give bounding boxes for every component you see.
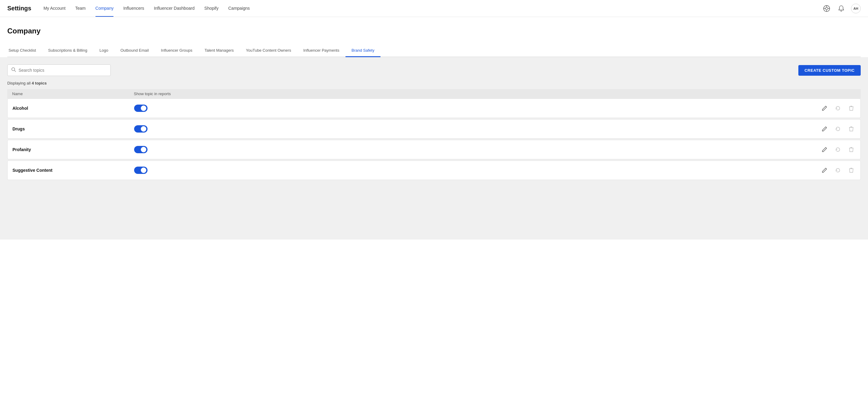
topic-actions-profanity	[820, 145, 856, 154]
search-input[interactable]	[19, 68, 107, 73]
nav-shopify[interactable]: Shopify	[205, 0, 219, 17]
toggle-switch-profanity[interactable]	[134, 146, 148, 153]
toggle-switch-suggestive-content[interactable]	[134, 167, 148, 174]
tab-influencer-groups[interactable]: Influencer Groups	[155, 45, 198, 57]
main-area: CREATE CUSTOM TOPIC Displaying all 4 top…	[0, 57, 868, 239]
edit-icon-alcohol[interactable]	[820, 104, 829, 112]
tab-logo[interactable]: Logo	[93, 45, 114, 57]
delete-icon-suggestive-content[interactable]	[847, 166, 856, 174]
nav-company[interactable]: Company	[95, 0, 114, 17]
search-icon	[11, 67, 16, 73]
topic-toggle-alcohol[interactable]	[134, 105, 820, 112]
top-nav: Settings My Account Team Company Influen…	[0, 0, 868, 17]
topic-name-drugs: Drugs	[12, 127, 134, 131]
topic-row: Alcohol	[7, 98, 861, 118]
user-avatar[interactable]: AH	[851, 4, 861, 13]
topic-name-alcohol: Alcohol	[12, 106, 134, 111]
search-action-row: CREATE CUSTOM TOPIC	[7, 64, 861, 76]
nav-team[interactable]: Team	[75, 0, 86, 17]
edit-icon-drugs[interactable]	[820, 125, 829, 133]
nav-items: My Account Team Company Influencers Infl…	[43, 0, 822, 17]
reset-icon-profanity[interactable]	[834, 145, 842, 154]
nav-influencer-dashboard[interactable]: Influencer Dashboard	[154, 0, 195, 17]
help-icon-button[interactable]	[822, 4, 832, 13]
topic-actions-alcohol	[820, 104, 856, 112]
topic-row: Profanity	[7, 140, 861, 159]
tab-subscriptions-billing[interactable]: Subscriptions & Billing	[42, 45, 93, 57]
topic-actions-suggestive-content	[820, 166, 856, 174]
reset-icon-alcohol[interactable]	[834, 104, 842, 112]
col-header-name: Name	[12, 92, 134, 96]
svg-point-6	[12, 68, 15, 71]
svg-line-7	[14, 70, 16, 72]
tab-setup-checklist[interactable]: Setup Checklist	[7, 45, 42, 57]
tab-talent-managers[interactable]: Talent Managers	[198, 45, 240, 57]
topic-actions-drugs	[820, 125, 856, 133]
topic-row: Suggestive Content	[7, 161, 861, 180]
nav-campaigns[interactable]: Campaigns	[228, 0, 250, 17]
delete-icon-alcohol[interactable]	[847, 104, 856, 112]
search-box	[7, 64, 111, 76]
toggle-switch-alcohol[interactable]	[134, 105, 148, 112]
topic-row: Drugs	[7, 119, 861, 139]
nav-influencers[interactable]: Influencers	[123, 0, 144, 17]
toggle-switch-drugs[interactable]	[134, 125, 148, 133]
tab-brand-safety[interactable]: Brand Safety	[345, 45, 380, 57]
reset-icon-suggestive-content[interactable]	[834, 166, 842, 174]
tab-influencer-payments[interactable]: Influencer Payments	[297, 45, 345, 57]
display-count-text: Displaying all 4 topics	[7, 81, 861, 86]
reset-icon-drugs[interactable]	[834, 125, 842, 133]
delete-icon-profanity[interactable]	[847, 145, 856, 154]
topic-name-profanity: Profanity	[12, 147, 134, 152]
topic-toggle-suggestive-content[interactable]	[134, 167, 820, 174]
page-title: Company	[7, 27, 861, 35]
create-custom-topic-button[interactable]: CREATE CUSTOM TOPIC	[798, 65, 861, 76]
sub-tabs: Setup Checklist Subscriptions & Billing …	[7, 45, 861, 57]
delete-icon-drugs[interactable]	[847, 125, 856, 133]
bell-icon	[838, 5, 844, 12]
edit-icon-suggestive-content[interactable]	[820, 166, 829, 174]
col-header-show-in-reports: Show topic in reports	[134, 92, 856, 96]
nav-my-account[interactable]: My Account	[43, 0, 65, 17]
topic-toggle-drugs[interactable]	[134, 125, 820, 133]
topic-toggle-profanity[interactable]	[134, 146, 820, 153]
notification-bell-button[interactable]	[836, 4, 846, 13]
app-title: Settings	[7, 5, 31, 12]
nav-right: AH	[822, 4, 861, 13]
tab-youtube-content-owners[interactable]: YouTube Content Owners	[240, 45, 298, 57]
table-header: Name Show topic in reports	[7, 89, 861, 98]
help-icon	[823, 5, 830, 12]
tab-outbound-email[interactable]: Outbound Email	[114, 45, 155, 57]
topic-name-suggestive-content: Suggestive Content	[12, 168, 134, 173]
page-content: Company Setup Checklist Subscriptions & …	[0, 17, 868, 57]
svg-point-1	[826, 7, 828, 10]
edit-icon-profanity[interactable]	[820, 145, 829, 154]
